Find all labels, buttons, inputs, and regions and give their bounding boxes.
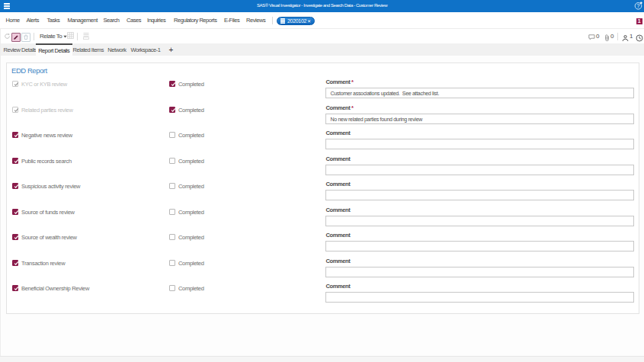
svg-text:?: ?: [637, 3, 640, 8]
